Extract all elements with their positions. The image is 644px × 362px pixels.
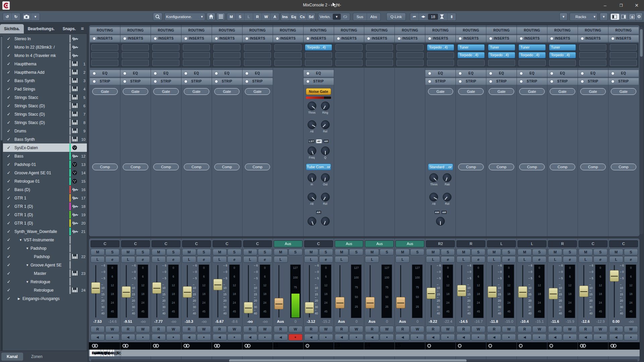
channel-state-m[interactable]: M bbox=[227, 13, 235, 20]
sidebar-scrollbar[interactable] bbox=[0, 36, 3, 351]
edit-channel-button[interactable]: e bbox=[258, 256, 272, 263]
rack-power-icon[interactable] bbox=[93, 72, 96, 75]
mute-button[interactable]: M bbox=[579, 249, 593, 255]
insert-slot-empty[interactable] bbox=[335, 60, 363, 66]
rack-power-icon[interactable] bbox=[581, 72, 584, 75]
insert-slot-empty[interactable] bbox=[183, 60, 210, 66]
routing-rack-header[interactable]: ROUTING bbox=[517, 27, 547, 34]
fader-track[interactable] bbox=[400, 265, 401, 317]
channel-list-item[interactable]: ✓ Master 23 bbox=[3, 269, 87, 278]
write-automation-button[interactable]: W bbox=[410, 326, 424, 333]
inserts-rack-header[interactable]: INSERTS bbox=[304, 35, 334, 42]
pan-control[interactable]: C bbox=[304, 240, 333, 247]
read-automation-button[interactable]: R bbox=[152, 326, 166, 333]
channel-list-item[interactable]: ✓ GTR 1 17 bbox=[3, 194, 87, 202]
strip-comp-button[interactable]: Comp bbox=[184, 164, 209, 170]
write-automation-button[interactable]: W bbox=[563, 326, 577, 333]
routing-rack-header[interactable]: ROUTING bbox=[90, 27, 120, 34]
insert-slot-empty[interactable] bbox=[427, 52, 454, 58]
strip-comp-button[interactable]: Comp bbox=[92, 164, 118, 170]
qlink-button[interactable]: Q-Link bbox=[386, 13, 406, 21]
mute-button[interactable]: M bbox=[609, 249, 623, 255]
strip-comp-button[interactable]: Tube Com...or bbox=[306, 164, 331, 170]
rack-vertical-scrollbar[interactable] bbox=[639, 27, 643, 234]
insert-slot-empty[interactable] bbox=[122, 44, 149, 51]
listen-button[interactable]: L bbox=[395, 256, 410, 263]
rack-power-icon[interactable] bbox=[459, 72, 462, 75]
minimize-button[interactable]: – bbox=[598, 0, 612, 11]
fader-handle[interactable] bbox=[213, 279, 222, 290]
sidebar-menu-icon[interactable]: ≡ bbox=[81, 23, 84, 34]
eq-rack-header[interactable]: EQ bbox=[304, 70, 334, 77]
rack-power-icon[interactable] bbox=[306, 72, 310, 75]
visibility-check-icon[interactable]: ✓ bbox=[3, 271, 14, 276]
rack-power-icon[interactable] bbox=[123, 80, 126, 83]
rack-power-icon[interactable] bbox=[215, 37, 218, 40]
listen-button[interactable]: L bbox=[518, 256, 532, 263]
channel-state-l[interactable]: L bbox=[245, 13, 253, 20]
pan-control[interactable]: R2 bbox=[426, 240, 455, 247]
fader-handle[interactable] bbox=[396, 297, 405, 308]
rack-power-icon[interactable] bbox=[276, 37, 279, 40]
rack-power-icon[interactable] bbox=[93, 37, 96, 40]
strip-rack-header[interactable]: STRIP bbox=[151, 78, 181, 85]
visibility-check-icon[interactable]: ✓ bbox=[3, 254, 14, 259]
record-enable-button[interactable]: ● bbox=[532, 334, 546, 341]
rack-power-icon[interactable] bbox=[184, 80, 187, 83]
monitor-button[interactable]: ◀ bbox=[335, 334, 349, 341]
strip-gate-button[interactable]: Gate bbox=[153, 88, 179, 95]
channel-state-a[interactable]: A bbox=[271, 13, 279, 20]
rack-power-icon[interactable] bbox=[245, 80, 249, 83]
insert-slot-empty[interactable] bbox=[152, 52, 179, 58]
channel-list-item[interactable]: ✓ Hauptthema 1 bbox=[3, 60, 87, 68]
rack-power-icon[interactable] bbox=[520, 80, 523, 83]
routing-rack-header[interactable]: ROUTING bbox=[181, 27, 212, 34]
rack-filter-sd[interactable]: Sd bbox=[307, 13, 315, 20]
pan-control[interactable]: L bbox=[487, 240, 516, 247]
insert-slot-empty[interactable] bbox=[244, 52, 271, 58]
read-automation-button[interactable]: R bbox=[426, 326, 440, 333]
write-automation-button[interactable]: W bbox=[319, 326, 333, 333]
undo-button[interactable]: ↺ bbox=[3, 13, 11, 20]
strip-rack-header[interactable]: STRIP bbox=[120, 78, 151, 85]
rack-power-icon[interactable] bbox=[154, 37, 157, 40]
routing-rack-header[interactable]: ROUTING bbox=[273, 27, 303, 34]
folder-expand-icon[interactable]: ▼ bbox=[26, 247, 31, 250]
mute-button[interactable]: M bbox=[426, 249, 440, 255]
rack-power-icon[interactable] bbox=[428, 37, 431, 40]
visibility-check-icon[interactable]: ✓ bbox=[3, 36, 14, 41]
rack-power-icon[interactable] bbox=[550, 72, 553, 75]
pan-control[interactable]: Aus bbox=[395, 240, 424, 247]
visibility-check-icon[interactable]: ✓ bbox=[3, 128, 14, 133]
fader-handle[interactable] bbox=[152, 282, 161, 294]
fader-handle[interactable] bbox=[579, 286, 588, 297]
pan-control[interactable]: C bbox=[121, 240, 150, 247]
fader-handle[interactable] bbox=[427, 288, 436, 299]
insert-slot-empty[interactable] bbox=[549, 60, 576, 66]
gate-knob[interactable]: Q bbox=[320, 146, 330, 159]
solo-button[interactable]: S bbox=[105, 249, 119, 255]
record-enable-button[interactable]: ● bbox=[258, 334, 272, 341]
insert-slot-empty[interactable] bbox=[610, 52, 637, 58]
tube-knob[interactable]: Att bbox=[307, 193, 317, 205]
read-automation-button[interactable]: R bbox=[91, 326, 105, 333]
rack-power-icon[interactable] bbox=[93, 80, 96, 83]
eq-rack-header[interactable]: EQ bbox=[456, 70, 486, 77]
listen-button[interactable]: L bbox=[182, 256, 196, 263]
rack-power-icon[interactable] bbox=[550, 37, 553, 40]
strip-comp-button[interactable]: Comp bbox=[123, 164, 148, 170]
channel-list-item[interactable]: ✓ Pad Strings 4 bbox=[3, 85, 87, 93]
read-automation-button[interactable]: R bbox=[243, 326, 257, 333]
insert-slot-empty[interactable] bbox=[274, 52, 302, 58]
visibility-check-icon[interactable]: ✓ bbox=[3, 237, 14, 242]
monitor-button[interactable]: ◀ bbox=[274, 334, 288, 341]
insert-slot[interactable]: Torpedo ..4) bbox=[305, 44, 332, 51]
visibility-check-icon[interactable]: ✓ bbox=[3, 137, 14, 142]
record-enable-button[interactable]: ● bbox=[349, 334, 363, 341]
listen-button[interactable]: L bbox=[304, 256, 318, 263]
write-automation-button[interactable]: W bbox=[258, 326, 272, 333]
monitor-button[interactable]: ◀ bbox=[213, 334, 227, 341]
channel-list-item[interactable]: ✓ Bass Synth 3 bbox=[3, 76, 87, 85]
write-automation-button[interactable]: W bbox=[593, 326, 607, 333]
strip-rack-header[interactable]: STRIP bbox=[181, 78, 212, 85]
